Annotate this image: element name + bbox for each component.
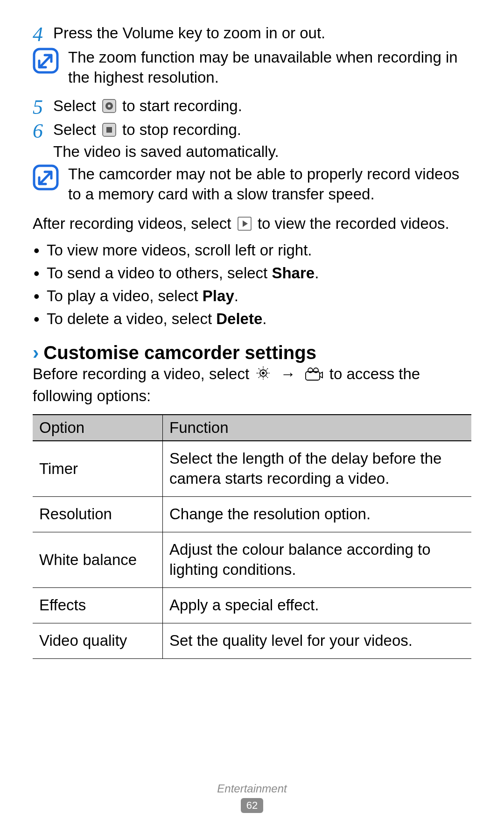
table-cell-option: Timer (33, 441, 163, 496)
list-text-bold: Play (203, 287, 234, 304)
camcorder-icon (305, 366, 323, 386)
section-heading: › Customise camcorder settings (33, 342, 471, 363)
intro-pre: Before recording a video, select (33, 365, 253, 382)
record-button-icon (102, 98, 116, 118)
table-row: White balance Adjust the colour balance … (33, 532, 471, 588)
list-text-pre: To play a video, select (47, 287, 203, 304)
list-item: To send a video to others, select Share. (33, 263, 471, 283)
table-cell-function: Select the length of the delay before th… (163, 441, 472, 496)
tips-list: To view more videos, scroll left or righ… (33, 240, 471, 329)
table-header-option: Option (33, 415, 163, 441)
table-cell-function: Adjust the colour balance according to l… (163, 532, 472, 588)
options-table: Option Function Timer Select the length … (33, 414, 471, 658)
svg-rect-10 (306, 372, 320, 380)
stop-button-icon (102, 122, 116, 142)
table-cell-option: Resolution (33, 497, 163, 532)
step-text-post: to stop recording. (122, 121, 241, 138)
list-text-bold: Share (272, 264, 315, 282)
svg-point-3 (108, 105, 111, 107)
list-text-post: . (315, 264, 319, 282)
table-cell-function: Set the quality level for your videos. (163, 623, 472, 658)
list-item: To delete a video, select Delete. (33, 309, 471, 329)
step-text: Press the Volume key to zoom in or out. (53, 23, 471, 43)
table-row: Timer Select the length of the delay bef… (33, 441, 471, 496)
table-cell-option: White balance (33, 532, 163, 588)
step-text-pre: Select (53, 97, 100, 114)
svg-point-9 (262, 372, 265, 375)
step-number: 5 (33, 96, 53, 118)
step-number: 6 (33, 120, 53, 141)
play-thumbnail-icon (238, 216, 252, 236)
list-item: To view more videos, scroll left or righ… (33, 240, 471, 261)
page-footer: Entertainment 62 (0, 782, 504, 813)
note-text: The camcorder may not be able to properl… (68, 164, 471, 205)
table-cell-function: Change the resolution option. (163, 497, 472, 532)
para-post: to view the recorded videos. (258, 215, 449, 232)
list-text-pre: To send a video to others, select (47, 264, 272, 282)
step-text: Select to stop recording. The video is s… (53, 120, 471, 162)
note-icon (33, 164, 59, 191)
list-text-post: . (262, 310, 266, 327)
settings-gear-icon (255, 365, 271, 386)
step-number: 4 (33, 23, 53, 45)
section-title: Customise camcorder settings (43, 342, 316, 363)
list-text-pre: To delete a video, select (47, 310, 216, 327)
step-6: 6 Select to stop recording. The video is… (33, 120, 471, 162)
step-text-pre: Select (53, 121, 100, 138)
step-text-extra: The video is saved automatically. (53, 143, 279, 160)
arrow-icon: → (280, 364, 295, 384)
list-item: To play a video, select Play. (33, 286, 471, 306)
footer-section-label: Entertainment (0, 782, 504, 795)
table-header-function: Function (163, 415, 472, 441)
step-text-post: to start recording. (122, 97, 242, 114)
svg-rect-5 (106, 127, 112, 133)
note-zoom: The zoom function may be unavailable whe… (33, 48, 471, 88)
footer-page-number: 62 (241, 798, 263, 813)
table-cell-option: Video quality (33, 623, 163, 658)
after-recording-paragraph: After recording videos, select to view t… (33, 214, 471, 236)
table-row: Resolution Change the resolution option. (33, 497, 471, 532)
note-icon (33, 48, 59, 74)
step-4: 4 Press the Volume key to zoom in or out… (33, 23, 471, 45)
chevron-icon: › (33, 342, 39, 363)
table-row: Video quality Set the quality level for … (33, 623, 471, 658)
table-cell-option: Effects (33, 587, 163, 623)
note-memory-card: The camcorder may not be able to properl… (33, 164, 471, 205)
section-intro: Before recording a video, select → (33, 364, 471, 406)
table-row: Effects Apply a special effect. (33, 587, 471, 623)
para-pre: After recording videos, select (33, 215, 236, 232)
step-text: Select to start recording. (53, 96, 471, 118)
list-text-bold: Delete (216, 310, 262, 327)
manual-page: 4 Press the Volume key to zoom in or out… (0, 0, 504, 827)
list-text-post: . (234, 287, 238, 304)
step-5: 5 Select to start recording. (33, 96, 471, 118)
note-text: The zoom function may be unavailable whe… (68, 48, 471, 88)
table-cell-function: Apply a special effect. (163, 587, 472, 623)
